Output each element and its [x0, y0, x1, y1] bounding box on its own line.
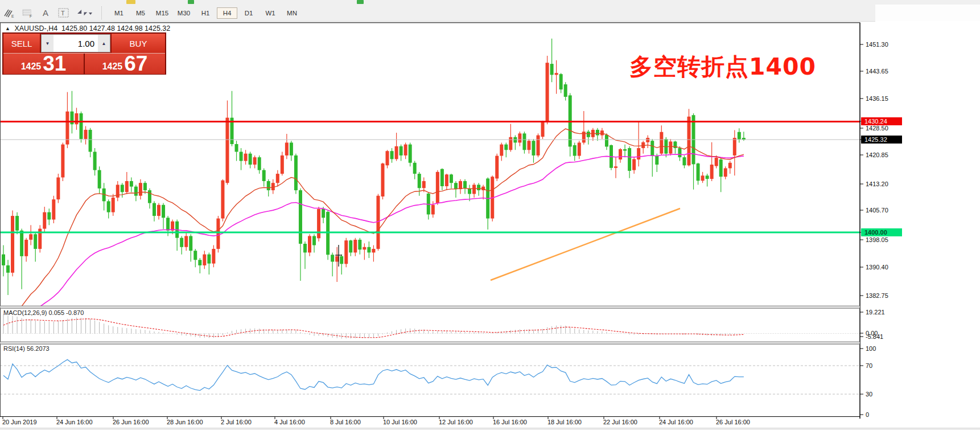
axis-date-label: 26 Jul 16:00: [716, 419, 750, 425]
timeframe-button-m30[interactable]: M30: [174, 7, 194, 19]
svg-text:E: E: [11, 14, 14, 18]
macd-label: MACD(12,26,9) 0.055 -0.870: [3, 309, 84, 316]
candlestick-chart[interactable]: [0, 22, 980, 430]
axis-date-label: 24 Jun 16:00: [56, 419, 93, 425]
axis-date-label: 16 Jul 16:00: [493, 419, 527, 425]
partial-toolbar-row: [0, 0, 980, 5]
axis-price-label: 1382.75: [866, 292, 888, 299]
svg-text:F: F: [30, 14, 32, 18]
axis-date-label: 4 Jul 16:00: [274, 419, 305, 425]
mt4-window: { "toolbar": { "tools": [ {"name": "indi…: [0, 0, 980, 430]
green-price-tag: 1400.00: [861, 228, 902, 236]
one-click-collapse-icon[interactable]: ▲: [5, 26, 10, 31]
ask-price-small: 1425: [102, 62, 123, 72]
toolbar-empty-area: [875, 5, 980, 21]
bid-price[interactable]: 1425 31: [3, 54, 85, 74]
partial-icon: [357, 0, 364, 4]
grid-icon[interactable]: F: [20, 6, 35, 19]
axis-date-label: 20 Jun 2019: [2, 419, 37, 425]
axis-price-label: 1405.70: [866, 207, 888, 214]
ask-price-big: 67: [124, 54, 147, 73]
axis-date-label: 18 Jul 16:00: [547, 419, 582, 425]
rsi-label: RSI(14) 56.2073: [3, 345, 50, 352]
axis-date-label: 22 Jul 16:00: [603, 419, 637, 425]
timeframe-bar: M1M5M15M30H1H4D1W1MN: [108, 7, 303, 19]
axis-price-label: 0: [866, 411, 869, 418]
chart-title: ▲ XAUUSD-,H4 1425.80 1427.48 1424.98 142…: [5, 24, 170, 32]
axis-date-label: 10 Jul 16:00: [383, 419, 417, 425]
volume-decrease-button[interactable]: ▼: [42, 35, 53, 52]
axis-date-label: 12 Jul 16:00: [439, 419, 473, 425]
volume-value[interactable]: 1.00: [53, 35, 98, 52]
chart-toolbar: E F A T M1M5M15M30H1H4D1W1MN: [0, 5, 875, 22]
ask-price[interactable]: 1425 67: [85, 54, 165, 74]
bid-price-big: 31: [43, 54, 66, 73]
svg-text:T: T: [61, 10, 65, 17]
axis-price-label: 30: [866, 391, 872, 398]
timeframe-button-m15[interactable]: M15: [152, 7, 172, 19]
timeframe-button-m5[interactable]: M5: [130, 7, 151, 19]
text-icon[interactable]: A: [38, 6, 53, 19]
axis-price-label: 1443.65: [866, 68, 888, 75]
partial-icon: [188, 0, 194, 4]
axis-price-label: 100: [866, 345, 876, 352]
axis-price-label: 1451.30: [866, 41, 888, 48]
status-strip: [0, 428, 980, 430]
axis-price-label: 1413.20: [866, 181, 888, 187]
axis-price-label: 1436.15: [866, 95, 888, 102]
axis-price-label: 1398.05: [866, 236, 888, 243]
axis-date-label: 2 Jul 16:00: [221, 419, 252, 425]
axis-price-label: -5.841: [866, 333, 883, 340]
buy-button[interactable]: BUY: [111, 34, 165, 53]
axis-price-label: 19.221: [866, 309, 885, 316]
axis-price-label: 1428.50: [866, 125, 888, 132]
chart-ohlc: 1425.80 1427.48 1424.98 1425.32: [61, 24, 170, 32]
timeframe-button-h1[interactable]: H1: [195, 7, 216, 19]
label-icon[interactable]: T: [56, 6, 71, 19]
one-click-trade-panel: SELL ▼ 1.00 ▲ BUY 1425 31 1425 67: [2, 32, 166, 75]
axis-date-label: 24 Jul 16:00: [659, 419, 693, 425]
axis-price-label: 1390.40: [866, 264, 888, 271]
bid-price-small: 1425: [21, 62, 42, 72]
toolbar-separator: [101, 6, 105, 19]
axis-date-label: 26 Jun 16:00: [113, 419, 149, 425]
partial-icon: [126, 0, 135, 4]
chart-symbol: XAUUSD-,H4: [14, 24, 57, 32]
timeframe-button-d1[interactable]: D1: [238, 7, 259, 19]
axis-price-label: 1420.85: [866, 151, 888, 158]
timeframe-button-h4[interactable]: H4: [217, 7, 237, 19]
arrows-icon[interactable]: [75, 6, 94, 19]
volume-stepper: ▼ 1.00 ▲: [41, 34, 110, 52]
indicators-icon[interactable]: E: [2, 6, 17, 19]
chart-area[interactable]: ▲ XAUUSD-,H4 1425.80 1427.48 1424.98 142…: [0, 22, 980, 430]
axis-date-label: 28 Jun 16:00: [167, 419, 203, 425]
red-price-tag: 1430.24: [861, 117, 902, 125]
timeframe-button-w1[interactable]: W1: [260, 7, 281, 19]
axis-price-label: 70: [866, 362, 872, 369]
sell-button[interactable]: SELL: [3, 34, 40, 53]
chart-text-annotation[interactable]: 多空转折点1400: [629, 51, 816, 83]
volume-increase-button[interactable]: ▲: [98, 35, 110, 52]
axis-date-label: 8 Jul 16:00: [330, 419, 361, 425]
timeframe-button-mn[interactable]: MN: [282, 7, 302, 19]
black-price-tag: 1425.32: [861, 136, 902, 144]
timeframe-button-m1[interactable]: M1: [109, 7, 129, 19]
